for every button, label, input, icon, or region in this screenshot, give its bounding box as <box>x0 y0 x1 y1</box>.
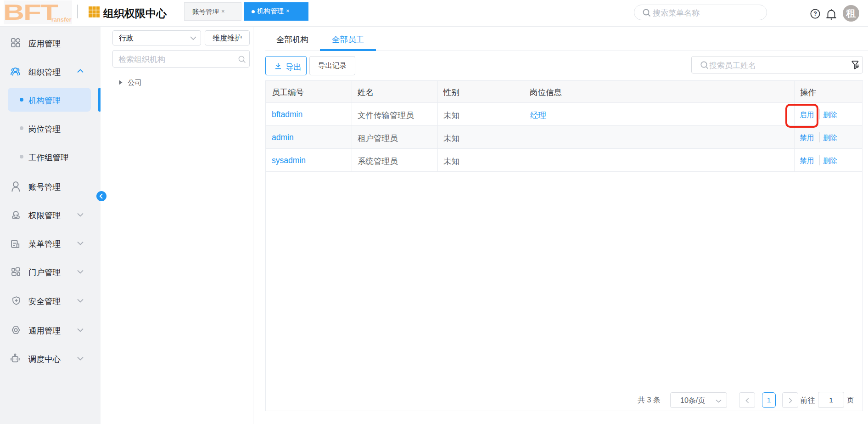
svg-text:?: ? <box>813 11 817 17</box>
